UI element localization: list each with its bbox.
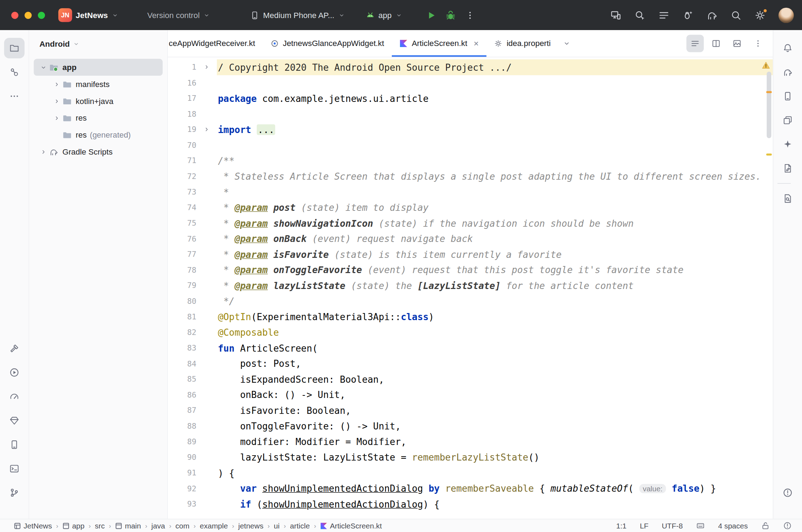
device-selector[interactable]: Medium Phone AP... xyxy=(250,11,345,20)
code-line[interactable]: package com.example.jetnews.ui.article xyxy=(217,91,773,106)
code-line[interactable]: * @param onBack (event) request navigate… xyxy=(217,231,773,247)
code-line[interactable]: * Stateless Article Screen that displays… xyxy=(217,169,773,184)
tree-item-res[interactable]: res xyxy=(34,110,163,127)
code-line[interactable]: onBack: () -> Unit, xyxy=(217,387,773,403)
tab-jetnewsglanceappwidget-kt[interactable]: JetnewsGlanceAppWidget.kt xyxy=(263,30,392,57)
editor-scrollbar[interactable] xyxy=(767,72,771,138)
design-view-button[interactable] xyxy=(728,35,746,52)
code-line[interactable]: /** xyxy=(217,153,773,168)
inspections-warning-icon[interactable] xyxy=(762,61,771,70)
editor[interactable]: 1/ Copyright 2020 The Android Open Sourc… xyxy=(168,57,773,519)
inspections-status-icon[interactable] xyxy=(783,521,792,530)
breadcrumb-article[interactable]: article xyxy=(290,522,310,530)
settings-icon[interactable] xyxy=(754,10,766,21)
file-edit-icon[interactable] xyxy=(778,158,798,179)
tab-ceappwidgetreceiver-kt[interactable]: ceAppWidgetReceiver.kt xyxy=(168,30,263,57)
code-line[interactable]: @OptIn(ExperimentalMaterial3Api::class) xyxy=(217,309,773,325)
chevron-down-icon[interactable] xyxy=(39,64,48,71)
file-encoding[interactable]: UTF-8 xyxy=(662,522,682,530)
logcat-icon[interactable] xyxy=(658,10,670,21)
code-line[interactable]: onToggleFavorite: () -> Unit, xyxy=(217,418,773,434)
chevron-right-icon[interactable] xyxy=(52,81,62,88)
code-line[interactable]: ) { xyxy=(217,465,773,481)
fold-arrow-icon[interactable] xyxy=(203,64,210,71)
code-line[interactable]: lazyListState: LazyListState = rememberL… xyxy=(217,450,773,465)
code-line[interactable]: / Copyright 2020 The Android Open Source… xyxy=(217,59,773,75)
tree-item-kotlin-java[interactable]: kotlin+java xyxy=(34,93,163,110)
breadcrumb-jetnews[interactable]: JetNews xyxy=(14,522,52,530)
close-tab-icon[interactable]: ✕ xyxy=(473,40,479,47)
tree-item-res[interactable]: res(generated) xyxy=(34,126,163,143)
problems-icon[interactable] xyxy=(778,482,798,503)
version-control-icon[interactable] xyxy=(4,482,25,503)
notifications-icon[interactable] xyxy=(778,38,798,58)
keyboard-icon[interactable] xyxy=(696,521,705,530)
search-actions-icon[interactable] xyxy=(634,10,646,21)
tab-idea-properti[interactable]: idea.properti xyxy=(487,30,558,57)
code-line[interactable]: */ xyxy=(217,294,773,309)
project-icon[interactable] xyxy=(4,38,25,58)
code-line[interactable]: * @param lazyListState (state) the [Lazy… xyxy=(217,278,773,293)
run-configuration-selector[interactable]: app xyxy=(366,11,402,20)
editor-more-icon[interactable] xyxy=(749,35,767,52)
code-line[interactable]: fun ArticleScreen( xyxy=(217,340,773,356)
breadcrumb-jetnews[interactable]: jetnews xyxy=(238,522,263,530)
tree-item-app[interactable]: app xyxy=(34,59,163,76)
zoom-window-button[interactable] xyxy=(38,12,45,19)
run-tool-window-icon[interactable] xyxy=(4,362,25,383)
tab-articlescreen-kt[interactable]: ArticleScreen.kt✕ xyxy=(392,30,487,57)
more-tool-windows-icon[interactable] xyxy=(4,86,25,106)
tree-item-gradle-scripts[interactable]: Gradle Scripts xyxy=(34,143,163,160)
unlock-icon[interactable] xyxy=(761,521,770,530)
device-streaming-icon[interactable] xyxy=(610,10,622,21)
gradle-icon[interactable] xyxy=(778,62,798,82)
scrollbar-weak-warning-mark[interactable] xyxy=(766,154,772,155)
profiler-icon[interactable] xyxy=(4,386,25,407)
terminal-icon[interactable] xyxy=(4,458,25,479)
breadcrumb-src[interactable]: src xyxy=(95,522,105,530)
minimize-window-button[interactable] xyxy=(24,12,31,19)
code-line[interactable] xyxy=(217,137,773,153)
code-line[interactable]: @Composable xyxy=(217,325,773,340)
code-view-button[interactable] xyxy=(686,35,704,52)
code-line[interactable] xyxy=(217,75,773,91)
scrollbar-warning-mark[interactable] xyxy=(766,91,772,93)
chevron-right-icon[interactable] xyxy=(52,98,62,105)
code-line[interactable]: * xyxy=(217,184,773,200)
file-search-icon[interactable] xyxy=(778,188,798,209)
close-window-button[interactable] xyxy=(11,12,18,19)
split-view-button[interactable] xyxy=(707,35,725,52)
gemini-icon[interactable] xyxy=(778,134,798,155)
project-view-selector[interactable]: Android xyxy=(39,39,70,48)
code-line[interactable] xyxy=(217,106,773,122)
code-line[interactable]: * @param showNavigationIcon (state) if t… xyxy=(217,215,773,231)
breadcrumb-java[interactable]: java xyxy=(151,522,165,530)
code-line[interactable]: modifier: Modifier = Modifier, xyxy=(217,434,773,450)
run-button[interactable] xyxy=(425,9,437,21)
code-line[interactable]: * @param post (state) item to display xyxy=(217,200,773,215)
indent-info[interactable]: 4 spaces xyxy=(718,522,748,530)
structure-icon[interactable] xyxy=(4,62,25,82)
breadcrumb-main[interactable]: main xyxy=(115,522,141,530)
more-run-actions-icon[interactable] xyxy=(464,9,476,21)
device-manager-icon[interactable] xyxy=(778,86,798,106)
build-icon[interactable] xyxy=(4,338,25,359)
code-line[interactable]: * @param onToggleFavorite (event) reques… xyxy=(217,262,773,278)
caret-position[interactable]: 1:1 xyxy=(616,522,627,530)
user-avatar[interactable] xyxy=(778,7,794,23)
device-explorer-icon[interactable] xyxy=(4,434,25,455)
code-line[interactable]: isExpandedScreen: Boolean, xyxy=(217,371,773,387)
app-inspection-icon[interactable] xyxy=(4,410,25,431)
code-line[interactable]: if (showUnimplementedActionDialog) { xyxy=(217,496,773,512)
breadcrumb-articlescreen-kt[interactable]: ArticleScreen.kt xyxy=(320,522,382,530)
chevron-none-icon[interactable] xyxy=(52,131,62,138)
chevron-right-icon[interactable] xyxy=(52,114,62,121)
debug-button[interactable] xyxy=(444,9,457,21)
code-line[interactable]: * @param isFavorite (state) is this item… xyxy=(217,247,773,262)
gradle-sync-icon[interactable] xyxy=(707,10,718,21)
project-widget[interactable]: JN JetNews xyxy=(58,8,119,22)
code-line[interactable]: isFavorite: Boolean, xyxy=(217,403,773,418)
code-line[interactable]: var showUnimplementedActionDialog by rem… xyxy=(217,481,773,496)
code-line[interactable]: post: Post, xyxy=(217,356,773,371)
breadcrumb-com[interactable]: com xyxy=(175,522,190,530)
